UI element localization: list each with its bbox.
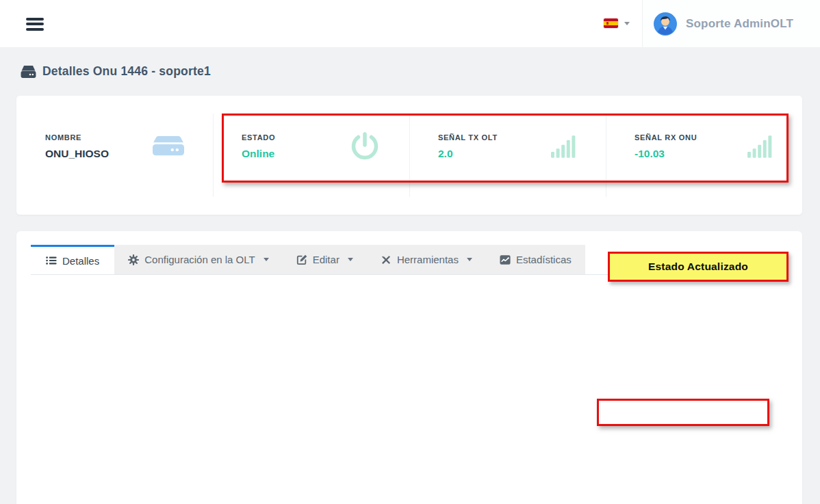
modem-icon [153,135,184,158]
stat-senal-tx-olt: SEÑAL TX OLT 2.0 [409,96,606,215]
app-screen: Soporte AdminOLT Detalles Onu 1446 - sop… [0,0,820,504]
breadcrumb: Detalles Onu 1446 - soporte1 [21,64,211,79]
stat-value: Online [242,148,275,160]
gear-icon [128,254,139,265]
tab-herramientas[interactable]: Herramientas [367,245,486,274]
stat-label: NOMBRE [45,133,109,142]
power-icon [349,131,381,162]
list-icon [46,256,57,265]
stat-label: ESTADO [242,133,275,142]
tab-label: Configuración en la OLT [144,254,255,265]
tab-configuracion-olt[interactable]: Configuración en la OLT [114,245,282,274]
menu-toggle-icon[interactable] [26,18,44,31]
annotation-status-updated: Estado Actualizado [608,252,789,282]
tools-icon [381,254,392,265]
avatar [654,12,677,36]
tab-label: Detalles [62,255,99,267]
stat-label: SEÑAL RX ONU [635,133,697,142]
chevron-down-icon [348,258,353,261]
stat-value: ONU_HIOSO [45,148,109,160]
page-title: Detalles Onu 1446 - soporte1 [42,64,211,79]
stat-senal-rx-onu: SEÑAL RX ONU -10.03 [606,96,802,215]
signal-icon [747,135,773,158]
tab-detalles[interactable]: Detalles [31,245,114,274]
tab-label: Editar [313,254,339,265]
stat-value: -10.03 [635,148,697,160]
user-menu[interactable]: Soporte AdminOLT [643,0,820,47]
chevron-down-icon [467,258,472,261]
user-name: Soporte AdminOLT [686,17,793,31]
tab-estadisticas[interactable]: Estadísticas [486,245,585,274]
stat-value: 2.0 [438,148,498,160]
hdd-icon [21,65,36,79]
tab-editar[interactable]: Editar [283,245,367,274]
stat-label: SEÑAL TX OLT [438,133,498,142]
topbar: Soporte AdminOLT [0,0,820,47]
stat-nombre: NOMBRE ONU_HIOSO [16,96,213,215]
chart-icon [500,254,511,265]
tab-label: Herramientas [397,254,459,265]
spain-flag-icon [604,18,618,28]
edit-icon [296,254,307,265]
chevron-down-icon [264,258,269,261]
language-selector[interactable] [604,16,630,30]
stat-estado: ESTADO Online [213,96,409,215]
annotation-label: Estado Actualizado [648,261,748,273]
tab-label: Estadísticas [516,254,572,265]
onu-stats-card: NOMBRE ONU_HIOSO ESTADO Online SEÑAL T [16,96,802,215]
chevron-down-icon [624,22,630,25]
tab-group: Configuración en la OLT Editar [114,245,585,274]
signal-icon [551,135,577,158]
